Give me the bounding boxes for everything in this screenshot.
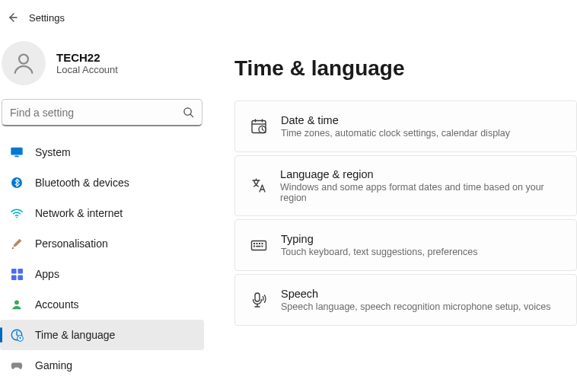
svg-rect-22 — [256, 246, 260, 247]
svg-rect-19 — [262, 243, 263, 244]
svg-rect-9 — [18, 275, 23, 280]
svg-rect-7 — [18, 268, 23, 273]
svg-rect-2 — [11, 148, 22, 155]
sidebar-item-gaming[interactable]: Gaming — [0, 350, 204, 381]
card-title: Language & region — [280, 168, 563, 180]
language-region-icon — [249, 176, 268, 196]
svg-point-1 — [184, 108, 191, 115]
svg-rect-21 — [262, 246, 263, 247]
user-subtitle: Local Account — [56, 64, 118, 75]
sidebar-item-label: Personalisation — [35, 237, 108, 250]
speech-icon — [249, 290, 269, 310]
sidebar-item-label: System — [35, 146, 71, 158]
gaming-icon — [9, 358, 24, 373]
card-typing[interactable]: Typing Touch keyboard, text suggestions,… — [234, 219, 577, 271]
svg-rect-8 — [11, 275, 16, 280]
card-subtitle: Time zones, automatic clock settings, ca… — [281, 128, 510, 139]
svg-rect-18 — [259, 243, 260, 244]
svg-point-10 — [14, 300, 19, 304]
main: Time & language Date & time — [204, 35, 577, 392]
svg-rect-16 — [253, 243, 255, 244]
search-input[interactable] — [10, 107, 183, 119]
typing-icon — [249, 235, 269, 255]
card-title: Typing — [281, 233, 477, 245]
sidebar-item-label: Gaming — [35, 359, 72, 371]
search-icon — [183, 107, 194, 118]
sidebar-item-bluetooth[interactable]: Bluetooth & devices — [0, 167, 204, 198]
svg-point-0 — [19, 55, 28, 64]
sidebar-item-label: Bluetooth & devices — [35, 177, 129, 189]
search-box[interactable] — [2, 99, 202, 126]
sidebar-item-network[interactable]: Network & internet — [0, 198, 204, 228]
card-speech[interactable]: Speech Speech language, speech recogniti… — [234, 274, 577, 326]
window-title: Settings — [29, 12, 65, 24]
nav: System Bluetooth & devices — [0, 137, 204, 381]
time-language-icon — [9, 327, 24, 343]
card-list: Date & time Time zones, automatic clock … — [234, 100, 577, 326]
svg-rect-6 — [11, 268, 16, 273]
svg-rect-20 — [253, 246, 255, 247]
sidebar-item-label: Apps — [35, 268, 59, 280]
card-date-time[interactable]: Date & time Time zones, automatic clock … — [234, 100, 577, 152]
titlebar: Settings — [0, 0, 577, 35]
sidebar: TECH22 Local Account — [0, 35, 204, 392]
date-time-icon — [249, 116, 269, 136]
user-name: TECH22 — [56, 51, 118, 64]
svg-rect-23 — [255, 293, 260, 301]
sidebar-item-apps[interactable]: Apps — [0, 259, 204, 289]
card-title: Speech — [281, 288, 550, 300]
back-button[interactable] — [3, 8, 21, 27]
system-icon — [9, 145, 24, 160]
card-subtitle: Speech language, speech recognition micr… — [281, 301, 550, 312]
user-block[interactable]: TECH22 Local Account — [0, 35, 204, 99]
svg-point-5 — [16, 217, 18, 218]
card-title: Date & time — [281, 114, 510, 126]
sidebar-item-personalisation[interactable]: Personalisation — [0, 228, 204, 259]
sidebar-item-system[interactable]: System — [0, 137, 204, 167]
wifi-icon — [9, 206, 24, 221]
svg-rect-17 — [257, 243, 258, 244]
sidebar-item-label: Network & internet — [35, 207, 123, 219]
svg-rect-3 — [14, 156, 18, 158]
sidebar-item-time-language[interactable]: Time & language — [0, 320, 204, 350]
page-title: Time & language — [234, 56, 577, 81]
brush-icon — [9, 236, 24, 251]
sidebar-item-accounts[interactable]: Accounts — [0, 289, 204, 320]
card-subtitle: Touch keyboard, text suggestions, prefer… — [281, 247, 477, 257]
accounts-icon — [9, 297, 24, 312]
card-subtitle: Windows and some apps format dates and t… — [280, 182, 563, 203]
apps-icon — [9, 266, 24, 282]
card-language-region[interactable]: Language & region Windows and some apps … — [234, 155, 577, 216]
sidebar-item-label: Accounts — [35, 298, 79, 311]
bluetooth-icon — [9, 175, 24, 190]
sidebar-item-label: Time & language — [35, 329, 115, 341]
avatar — [2, 41, 46, 85]
